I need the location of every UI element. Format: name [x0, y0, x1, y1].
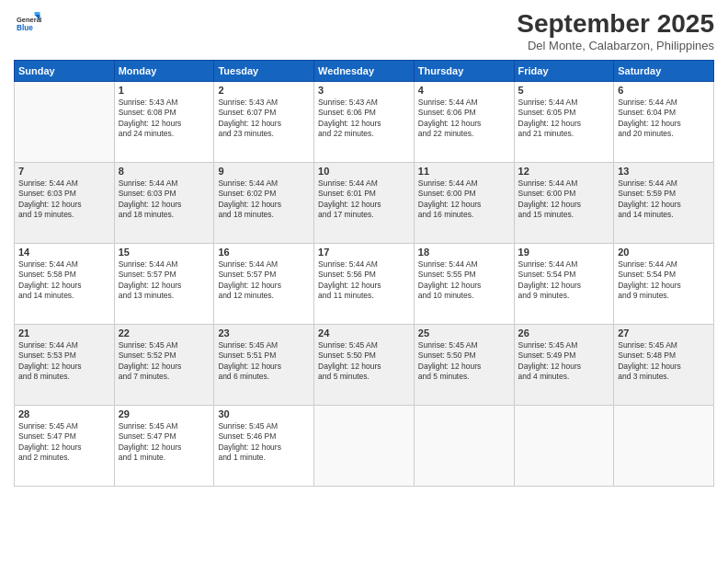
day-number: 20 [618, 247, 710, 258]
day-info: Sunrise: 5:45 AM Sunset: 5:49 PM Dayligh… [518, 340, 610, 383]
day-number: 28 [18, 408, 110, 419]
page-header: General Blue September 2025 Del Monte, C… [14, 9, 714, 52]
day-info: Sunrise: 5:44 AM Sunset: 6:01 PM Dayligh… [318, 178, 410, 221]
day-info: Sunrise: 5:44 AM Sunset: 5:54 PM Dayligh… [518, 259, 610, 302]
table-row: 30Sunrise: 5:45 AM Sunset: 5:46 PM Dayli… [214, 406, 314, 487]
header-thursday: Thursday [414, 61, 514, 82]
table-row: 15Sunrise: 5:44 AM Sunset: 5:57 PM Dayli… [114, 244, 214, 325]
table-row: 6Sunrise: 5:44 AM Sunset: 6:04 PM Daylig… [614, 82, 714, 163]
table-row: 24Sunrise: 5:45 AM Sunset: 5:50 PM Dayli… [314, 325, 415, 406]
day-info: Sunrise: 5:44 AM Sunset: 6:04 PM Dayligh… [618, 98, 710, 140]
day-info: Sunrise: 5:45 AM Sunset: 5:50 PM Dayligh… [418, 340, 510, 383]
table-row: 13Sunrise: 5:44 AM Sunset: 5:59 PM Dayli… [614, 163, 714, 244]
table-row [15, 82, 115, 163]
day-info: Sunrise: 5:45 AM Sunset: 5:47 PM Dayligh… [119, 421, 210, 464]
day-number: 10 [318, 166, 410, 177]
day-number: 4 [418, 85, 510, 96]
day-info: Sunrise: 5:44 AM Sunset: 5:57 PM Dayligh… [119, 259, 210, 302]
calendar-week-row: 21Sunrise: 5:44 AM Sunset: 5:53 PM Dayli… [15, 325, 714, 406]
table-row: 9Sunrise: 5:44 AM Sunset: 6:02 PM Daylig… [214, 163, 314, 244]
day-number: 14 [18, 247, 110, 258]
logo-icon: General Blue [14, 9, 41, 37]
day-info: Sunrise: 5:44 AM Sunset: 6:05 PM Dayligh… [518, 98, 610, 140]
table-row: 27Sunrise: 5:45 AM Sunset: 5:48 PM Dayli… [614, 325, 714, 406]
table-row: 1Sunrise: 5:43 AM Sunset: 6:08 PM Daylig… [114, 82, 214, 163]
table-row: 20Sunrise: 5:44 AM Sunset: 5:54 PM Dayli… [614, 244, 714, 325]
day-info: Sunrise: 5:44 AM Sunset: 5:53 PM Dayligh… [18, 340, 110, 383]
day-number: 22 [119, 327, 210, 339]
day-number: 15 [119, 247, 210, 258]
table-row: 25Sunrise: 5:45 AM Sunset: 5:50 PM Dayli… [414, 325, 514, 406]
calendar-table: Sunday Monday Tuesday Wednesday Thursday… [14, 60, 714, 487]
day-number: 23 [218, 327, 310, 339]
table-row: 17Sunrise: 5:44 AM Sunset: 5:56 PM Dayli… [314, 244, 415, 325]
day-number: 12 [518, 166, 610, 177]
calendar-week-row: 14Sunrise: 5:44 AM Sunset: 5:58 PM Dayli… [15, 244, 714, 325]
month-title: September 2025 [517, 9, 714, 39]
header-sunday: Sunday [15, 61, 115, 82]
day-info: Sunrise: 5:45 AM Sunset: 5:46 PM Dayligh… [218, 421, 310, 464]
day-number: 11 [418, 166, 510, 177]
day-number: 18 [418, 247, 510, 258]
day-number: 27 [618, 327, 710, 339]
day-info: Sunrise: 5:44 AM Sunset: 6:06 PM Dayligh… [418, 98, 510, 140]
header-wednesday: Wednesday [314, 61, 415, 82]
day-info: Sunrise: 5:45 AM Sunset: 5:50 PM Dayligh… [318, 340, 410, 383]
day-number: 26 [518, 327, 610, 339]
day-info: Sunrise: 5:44 AM Sunset: 6:02 PM Dayligh… [218, 178, 310, 221]
header-friday: Friday [514, 61, 614, 82]
table-row [314, 406, 415, 487]
header-tuesday: Tuesday [214, 61, 314, 82]
day-number: 5 [518, 85, 610, 96]
header-monday: Monday [114, 61, 214, 82]
day-info: Sunrise: 5:44 AM Sunset: 5:58 PM Dayligh… [18, 259, 110, 302]
day-info: Sunrise: 5:44 AM Sunset: 6:03 PM Dayligh… [18, 178, 110, 221]
table-row: 14Sunrise: 5:44 AM Sunset: 5:58 PM Dayli… [15, 244, 115, 325]
day-number: 8 [119, 166, 210, 177]
table-row: 18Sunrise: 5:44 AM Sunset: 5:55 PM Dayli… [414, 244, 514, 325]
day-info: Sunrise: 5:44 AM Sunset: 5:59 PM Dayligh… [618, 178, 710, 221]
day-info: Sunrise: 5:44 AM Sunset: 5:54 PM Dayligh… [618, 259, 710, 302]
day-info: Sunrise: 5:44 AM Sunset: 5:55 PM Dayligh… [418, 259, 510, 302]
day-info: Sunrise: 5:44 AM Sunset: 6:00 PM Dayligh… [518, 178, 610, 221]
table-row: 22Sunrise: 5:45 AM Sunset: 5:52 PM Dayli… [114, 325, 214, 406]
table-row: 8Sunrise: 5:44 AM Sunset: 6:03 PM Daylig… [114, 163, 214, 244]
table-row: 12Sunrise: 5:44 AM Sunset: 6:00 PM Dayli… [514, 163, 614, 244]
day-number: 30 [218, 408, 310, 419]
table-row: 21Sunrise: 5:44 AM Sunset: 5:53 PM Dayli… [15, 325, 115, 406]
calendar-week-row: 7Sunrise: 5:44 AM Sunset: 6:03 PM Daylig… [15, 163, 714, 244]
day-number: 1 [119, 85, 210, 96]
svg-text:Blue: Blue [17, 24, 33, 32]
logo: General Blue [14, 9, 41, 37]
day-info: Sunrise: 5:43 AM Sunset: 6:06 PM Dayligh… [318, 98, 410, 140]
day-number: 17 [318, 247, 410, 258]
day-number: 16 [218, 247, 310, 258]
svg-marker-4 [35, 12, 40, 15]
table-row: 23Sunrise: 5:45 AM Sunset: 5:51 PM Dayli… [214, 325, 314, 406]
day-number: 2 [218, 85, 310, 96]
title-block: September 2025 Del Monte, Calabarzon, Ph… [517, 9, 714, 52]
day-number: 25 [418, 327, 510, 339]
day-info: Sunrise: 5:45 AM Sunset: 5:51 PM Dayligh… [218, 340, 310, 383]
day-info: Sunrise: 5:43 AM Sunset: 6:07 PM Dayligh… [218, 98, 310, 140]
table-row: 19Sunrise: 5:44 AM Sunset: 5:54 PM Dayli… [514, 244, 614, 325]
table-row: 10Sunrise: 5:44 AM Sunset: 6:01 PM Dayli… [314, 163, 415, 244]
table-row: 26Sunrise: 5:45 AM Sunset: 5:49 PM Dayli… [514, 325, 614, 406]
table-row [614, 406, 714, 487]
day-number: 21 [18, 327, 110, 339]
table-row: 2Sunrise: 5:43 AM Sunset: 6:07 PM Daylig… [214, 82, 314, 163]
table-row: 11Sunrise: 5:44 AM Sunset: 6:00 PM Dayli… [414, 163, 514, 244]
table-row: 29Sunrise: 5:45 AM Sunset: 5:47 PM Dayli… [114, 406, 214, 487]
day-number: 9 [218, 166, 310, 177]
day-info: Sunrise: 5:45 AM Sunset: 5:52 PM Dayligh… [119, 340, 210, 383]
table-row: 28Sunrise: 5:45 AM Sunset: 5:47 PM Dayli… [15, 406, 115, 487]
day-number: 29 [119, 408, 210, 419]
table-row [414, 406, 514, 487]
day-info: Sunrise: 5:45 AM Sunset: 5:48 PM Dayligh… [618, 340, 710, 383]
day-info: Sunrise: 5:43 AM Sunset: 6:08 PM Dayligh… [119, 98, 210, 140]
day-number: 3 [318, 85, 410, 96]
day-info: Sunrise: 5:44 AM Sunset: 5:57 PM Dayligh… [218, 259, 310, 302]
calendar-header-row: Sunday Monday Tuesday Wednesday Thursday… [15, 61, 714, 82]
day-number: 19 [518, 247, 610, 258]
day-info: Sunrise: 5:44 AM Sunset: 6:00 PM Dayligh… [418, 178, 510, 221]
